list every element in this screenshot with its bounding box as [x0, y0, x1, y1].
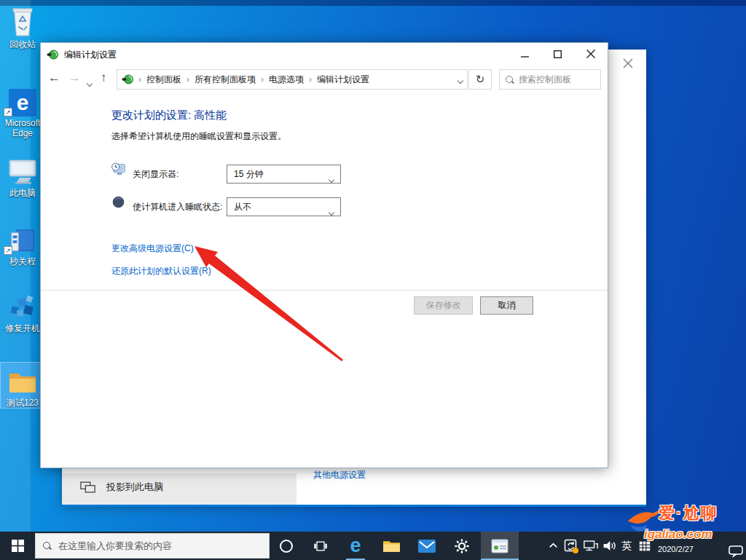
navigation-bar: ← → ↑ › 控制面板 › 所有控制面板项 › 电源选项 › 编辑计划设置 ↻ [41, 66, 608, 94]
power-plan-icon [47, 49, 58, 63]
close-icon [623, 58, 633, 68]
cancel-button[interactable]: 取消 [480, 296, 533, 315]
advanced-power-settings-link[interactable]: 更改高级电源设置(C) [111, 242, 194, 255]
task-view-icon [313, 539, 328, 553]
chevron-down-icon [329, 172, 334, 185]
control-panel-search[interactable] [499, 69, 601, 90]
sleep-icon [111, 195, 125, 212]
desktop-icon-shortcut-app[interactable]: ↗ 秒关程 [1, 221, 44, 267]
sidebar-item-project-to-pc[interactable]: 投影到此电脑 [80, 481, 163, 494]
close-button[interactable] [574, 43, 607, 65]
sleep-label: 使计算机进入睡眠状态: [133, 201, 222, 213]
control-panel-window-icon [491, 539, 509, 553]
footer-divider [41, 290, 608, 291]
tray-network-icon[interactable] [581, 532, 600, 560]
forward-button[interactable]: → [68, 71, 81, 85]
breadcrumb[interactable]: › 控制面板 › 所有控制面板项 › 电源选项 › 编辑计划设置 [117, 69, 468, 90]
tray-update-icon[interactable] [562, 532, 580, 560]
desktop-icon-label: 修复开机 [1, 323, 44, 334]
this-pc-icon [1, 153, 44, 186]
taskbar-search-input[interactable] [58, 540, 262, 551]
breadcrumb-item-power-options[interactable]: 电源选项 [269, 74, 304, 86]
edge-icon: e ↗ [1, 83, 44, 117]
refresh-button[interactable]: ↻ [468, 69, 492, 90]
display-off-icon [111, 162, 126, 180]
search-icon [43, 542, 51, 550]
taskbar-edge-button[interactable]: e [344, 532, 367, 560]
taskbar-search[interactable] [35, 533, 270, 559]
desktop-icon-test-folder[interactable]: 测试123 [1, 363, 44, 408]
cortana-icon [280, 540, 293, 553]
maximize-icon [554, 50, 562, 58]
cubes-icon [1, 288, 44, 322]
edit-plan-window: 编辑计划设置 ← → ↑ › 控制面板 › 所有控制面板项 › 电源选项 › 编… [40, 42, 608, 468]
taskbar: e 英 2020/2/27 [0, 532, 746, 560]
page-subtitle: 选择希望计算机使用的睡眠设置和显示设置。 [111, 130, 286, 143]
file-explorer-button[interactable] [380, 532, 403, 560]
app-window-icon: ↗ [1, 221, 44, 255]
mail-icon [418, 540, 436, 553]
minimize-icon [521, 50, 529, 58]
power-options-taskbar-button[interactable] [481, 532, 519, 560]
folder-icon [1, 363, 44, 396]
desktop-icon-label: 测试123 [1, 398, 44, 408]
up-button[interactable]: ↑ [101, 71, 107, 85]
titlebar[interactable]: 编辑计划设置 [41, 43, 608, 66]
windows-logo-icon [12, 540, 24, 552]
desktop-icon-repair-tool[interactable]: 修复开机 [1, 288, 44, 334]
mail-button[interactable] [415, 532, 439, 560]
tray-language-indicator[interactable]: 英 [619, 532, 635, 560]
chevron-up-icon [548, 540, 559, 551]
tray-clock[interactable]: 2020/2/27 [658, 545, 694, 553]
tray-ime-icon[interactable] [635, 532, 654, 560]
desktop-icon-recycle-bin[interactable]: 回收站 [1, 4, 44, 50]
projector-icon [80, 481, 96, 494]
tray-chevron-button[interactable] [545, 532, 561, 560]
restore-defaults-link[interactable]: 还原此计划的默认设置(R) [111, 265, 211, 277]
settings-button[interactable] [450, 532, 474, 560]
power-plan-icon [122, 74, 133, 85]
search-icon [506, 76, 514, 84]
desktop-icon-label: 回收站 [1, 39, 44, 50]
shortcut-arrow-icon: ↗ [4, 246, 12, 255]
start-button[interactable] [0, 532, 35, 560]
back-button[interactable]: ← [48, 71, 60, 85]
task-view-button[interactable] [310, 532, 331, 560]
search-input[interactable] [519, 74, 594, 84]
chevron-down-icon [329, 205, 334, 218]
close-icon [586, 50, 595, 58]
desktop-icon-label: 此电脑 [1, 188, 44, 198]
desktop-icon-this-pc[interactable]: 此电脑 [1, 153, 44, 198]
save-changes-button[interactable]: 保存修改 [414, 296, 473, 315]
breadcrumb-item-edit-plan[interactable]: 编辑计划设置 [317, 74, 369, 86]
breadcrumb-separator: › [309, 74, 312, 84]
tray-volume-icon[interactable] [600, 532, 618, 560]
breadcrumb-item-control-panel[interactable]: 控制面板 [146, 74, 181, 86]
recycle-bin-icon [1, 4, 44, 38]
maximize-button[interactable] [541, 43, 574, 65]
display-off-select[interactable]: 15 分钟 [227, 165, 341, 184]
breadcrumb-separator: › [261, 74, 264, 84]
breadcrumb-item-all-items[interactable]: 所有控制面板项 [195, 74, 256, 86]
folder-icon [382, 538, 401, 553]
edge-icon: e [350, 532, 361, 560]
desktop-icon-edge[interactable]: e ↗ Microsoft Edge [1, 83, 44, 138]
caption-buttons [509, 43, 607, 65]
cortana-button[interactable] [277, 532, 296, 560]
address-dropdown-chevron[interactable] [458, 73, 463, 86]
minimize-button[interactable] [509, 43, 541, 65]
breadcrumb-separator: › [138, 74, 141, 84]
gear-icon [454, 538, 470, 554]
settings-close-button[interactable] [620, 55, 636, 71]
desktop-icon-label: 秒关程 [1, 256, 44, 267]
recent-pages-chevron[interactable] [87, 76, 92, 89]
window-title: 编辑计划设置 [64, 43, 117, 66]
shortcut-arrow-icon: ↗ [4, 108, 12, 117]
sidebar-item-label: 投影到此电脑 [106, 481, 163, 494]
display-off-label: 关闭显示器: [133, 168, 178, 181]
desktop: 回收站 e ↗ Microsoft Edge 此电脑 ↗ 秒关程 [0, 0, 746, 560]
sleep-select[interactable]: 从不 [227, 197, 341, 216]
watermark-brand: 爱·尬聊 [659, 502, 718, 524]
window-accent-border [62, 505, 646, 507]
other-power-settings-link[interactable]: 其他电源设置 [313, 469, 366, 481]
